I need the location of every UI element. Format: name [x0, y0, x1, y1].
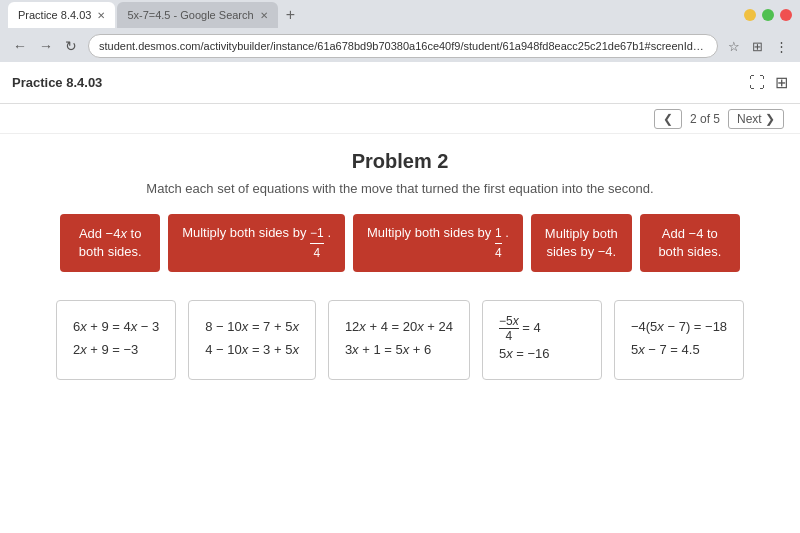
choice-3-den: 4 — [495, 244, 502, 262]
eq-4-num: −5x — [499, 315, 519, 329]
url-text: student.desmos.com/activitybuilder/insta… — [99, 40, 707, 52]
eq-3-2: 3x + 1 = 5x + 6 — [345, 338, 453, 361]
eq-1-1: 6x + 9 = 4x − 3 — [73, 315, 159, 338]
eq-2-1: 8 − 10x = 7 + 5x — [205, 315, 299, 338]
new-tab-button[interactable]: + — [280, 6, 301, 24]
choice-1-line2: both sides. — [79, 244, 142, 259]
choice-3-text: Multiply both sides by — [367, 225, 495, 240]
toolbar-icons: ☆ ⊞ ⋮ — [724, 37, 792, 56]
choice-5-line2: both sides. — [658, 244, 721, 259]
calculator-icon[interactable]: ⊞ — [775, 73, 788, 92]
eq-5-1: −4(5x − 7) = −18 — [631, 315, 727, 338]
minimize-button[interactable] — [744, 9, 756, 21]
fullscreen-icon[interactable]: ⛶ — [749, 74, 765, 92]
next-button[interactable]: Next ❯ — [728, 109, 784, 129]
choice-button-1[interactable]: Add −4x to both sides. — [60, 214, 160, 272]
problem-title: Problem 2 — [20, 150, 780, 173]
tab-google[interactable]: 5x-7=4.5 - Google Search ✕ — [117, 2, 277, 28]
extensions-icon[interactable]: ⊞ — [748, 37, 767, 56]
close-window-button[interactable] — [780, 9, 792, 21]
answer-choices: Add −4x to both sides. Multiply both sid… — [20, 214, 780, 272]
choice-5-line1: Add −4 to — [662, 226, 718, 241]
choice-4-line2: sides by −4. — [546, 244, 616, 259]
choice-2-den: 4 — [314, 244, 321, 262]
window-controls — [744, 9, 792, 21]
desmos-topbar: Practice 8.4.03 ⛶ ⊞ — [0, 62, 800, 104]
choice-2-num: −1 — [310, 225, 324, 244]
equation-box-2: 8 − 10x = 7 + 5x 4 − 10x = 3 + 5x — [188, 300, 316, 380]
tab-close-2[interactable]: ✕ — [260, 10, 268, 21]
nav-buttons: ← → ↻ — [8, 36, 82, 56]
choice-4-line1: Multiply both — [545, 226, 618, 241]
browser-chrome: Practice 8.4.03 ✕ 5x-7=4.5 - Google Sear… — [0, 0, 800, 62]
choice-button-4[interactable]: Multiply both sides by −4. — [531, 214, 632, 272]
tab-label-2: 5x-7=4.5 - Google Search — [127, 9, 253, 21]
eq-3-1: 12x + 4 = 20x + 24 — [345, 315, 453, 338]
equation-sets: 6x + 9 = 4x − 3 2x + 9 = −3 8 − 10x = 7 … — [20, 300, 780, 380]
choice-3-num: 1 — [495, 225, 502, 244]
equation-box-5: −4(5x − 7) = −18 5x − 7 = 4.5 — [614, 300, 744, 380]
desmos-logo: Practice 8.4.03 — [12, 75, 102, 90]
eq-2-2: 4 − 10x = 3 + 5x — [205, 338, 299, 361]
tab-bar: Practice 8.4.03 ✕ 5x-7=4.5 - Google Sear… — [0, 0, 800, 30]
prev-button[interactable]: ❮ — [654, 109, 682, 129]
equation-box-3: 12x + 4 = 20x + 24 3x + 1 = 5x + 6 — [328, 300, 470, 380]
choice-2-fraction: −1 4 — [310, 225, 324, 262]
tab-close-1[interactable]: ✕ — [97, 10, 105, 21]
choice-1-line1: Add −4x to — [79, 226, 142, 241]
tab-practice[interactable]: Practice 8.4.03 ✕ — [8, 2, 115, 28]
choice-3-fraction: 1 4 — [495, 225, 502, 262]
page-content: Practice 8.4.03 ⛶ ⊞ ❮ 2 of 5 Next ❯ Prob… — [0, 62, 800, 533]
main-content: Problem 2 Match each set of equations wi… — [0, 134, 800, 533]
reload-button[interactable]: ↻ — [60, 36, 82, 56]
nav-progress: 2 of 5 — [690, 112, 720, 126]
choice-2-trailing: . — [327, 225, 331, 240]
choice-button-5[interactable]: Add −4 to both sides. — [640, 214, 740, 272]
equation-box-1: 6x + 9 = 4x − 3 2x + 9 = −3 — [56, 300, 176, 380]
maximize-button[interactable] — [762, 9, 774, 21]
choice-button-3[interactable]: Multiply both sides by 1 4 . — [353, 214, 523, 272]
problem-instructions: Match each set of equations with the mov… — [20, 181, 780, 196]
url-box[interactable]: student.desmos.com/activitybuilder/insta… — [88, 34, 718, 58]
star-icon[interactable]: ☆ — [724, 37, 744, 56]
back-button[interactable]: ← — [8, 36, 32, 56]
equation-box-4: −5x 4 = 4 5x = −16 — [482, 300, 602, 380]
menu-icon[interactable]: ⋮ — [771, 37, 792, 56]
desmos-top-icons: ⛶ ⊞ — [749, 73, 788, 92]
eq-4-fraction: −5x 4 — [499, 315, 519, 342]
choice-3-trailing: . — [505, 225, 509, 240]
eq-1-2: 2x + 9 = −3 — [73, 338, 159, 361]
tab-label-1: Practice 8.4.03 — [18, 9, 91, 21]
eq-4-2: 5x = −16 — [499, 342, 585, 365]
eq-5-2: 5x − 7 = 4.5 — [631, 338, 727, 361]
choice-button-2[interactable]: Multiply both sides by −1 4 . — [168, 214, 345, 272]
forward-button[interactable]: → — [34, 36, 58, 56]
eq-4-1: −5x 4 = 4 — [499, 315, 585, 342]
choice-2-text: Multiply both sides by — [182, 225, 310, 240]
problem-navigation: ❮ 2 of 5 Next ❯ — [0, 104, 800, 134]
eq-4-den: 4 — [505, 329, 512, 342]
eq-4-rhs: = 4 — [522, 320, 540, 335]
address-bar: ← → ↻ student.desmos.com/activitybuilder… — [0, 30, 800, 62]
